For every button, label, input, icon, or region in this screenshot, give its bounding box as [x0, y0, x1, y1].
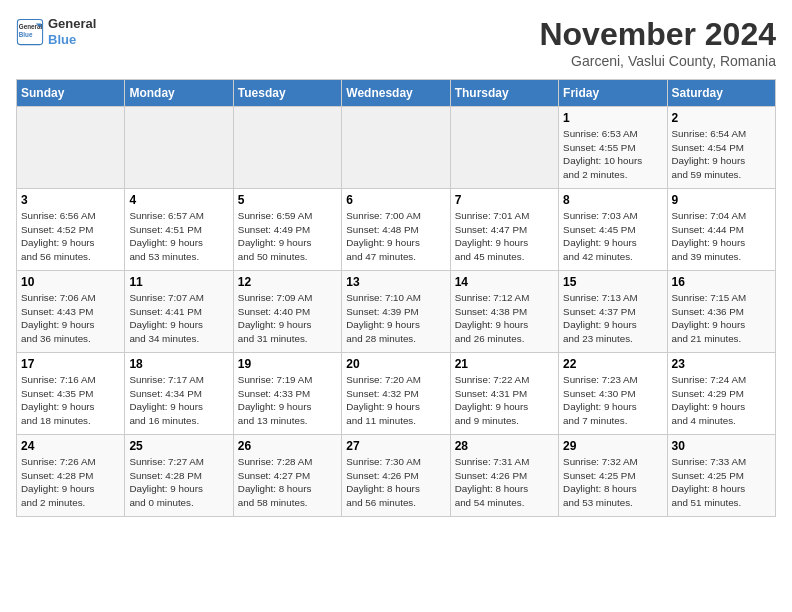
day-number: 28 [455, 439, 554, 453]
day-info: Sunrise: 7:04 AM Sunset: 4:44 PM Dayligh… [672, 209, 771, 264]
calendar-cell: 16Sunrise: 7:15 AM Sunset: 4:36 PM Dayli… [667, 271, 775, 353]
day-number: 1 [563, 111, 662, 125]
calendar-cell: 13Sunrise: 7:10 AM Sunset: 4:39 PM Dayli… [342, 271, 450, 353]
calendar-cell: 15Sunrise: 7:13 AM Sunset: 4:37 PM Dayli… [559, 271, 667, 353]
calendar-cell: 17Sunrise: 7:16 AM Sunset: 4:35 PM Dayli… [17, 353, 125, 435]
day-number: 26 [238, 439, 337, 453]
header: General Blue General Blue November 2024 … [16, 16, 776, 69]
calendar-cell [450, 107, 558, 189]
day-number: 12 [238, 275, 337, 289]
weekday-header: Monday [125, 80, 233, 107]
day-number: 30 [672, 439, 771, 453]
day-info: Sunrise: 7:30 AM Sunset: 4:26 PM Dayligh… [346, 455, 445, 510]
calendar-cell: 25Sunrise: 7:27 AM Sunset: 4:28 PM Dayli… [125, 435, 233, 517]
day-number: 29 [563, 439, 662, 453]
calendar-cell: 27Sunrise: 7:30 AM Sunset: 4:26 PM Dayli… [342, 435, 450, 517]
day-info: Sunrise: 7:00 AM Sunset: 4:48 PM Dayligh… [346, 209, 445, 264]
calendar-cell: 5Sunrise: 6:59 AM Sunset: 4:49 PM Daylig… [233, 189, 341, 271]
calendar-cell: 11Sunrise: 7:07 AM Sunset: 4:41 PM Dayli… [125, 271, 233, 353]
title-area: November 2024 Garceni, Vaslui County, Ro… [539, 16, 776, 69]
day-info: Sunrise: 7:15 AM Sunset: 4:36 PM Dayligh… [672, 291, 771, 346]
day-number: 20 [346, 357, 445, 371]
calendar-cell: 7Sunrise: 7:01 AM Sunset: 4:47 PM Daylig… [450, 189, 558, 271]
calendar-cell: 24Sunrise: 7:26 AM Sunset: 4:28 PM Dayli… [17, 435, 125, 517]
day-number: 21 [455, 357, 554, 371]
day-info: Sunrise: 7:31 AM Sunset: 4:26 PM Dayligh… [455, 455, 554, 510]
calendar-cell: 9Sunrise: 7:04 AM Sunset: 4:44 PM Daylig… [667, 189, 775, 271]
calendar-cell: 28Sunrise: 7:31 AM Sunset: 4:26 PM Dayli… [450, 435, 558, 517]
day-info: Sunrise: 7:19 AM Sunset: 4:33 PM Dayligh… [238, 373, 337, 428]
day-info: Sunrise: 7:09 AM Sunset: 4:40 PM Dayligh… [238, 291, 337, 346]
day-number: 16 [672, 275, 771, 289]
svg-text:Blue: Blue [19, 30, 33, 37]
calendar-cell: 3Sunrise: 6:56 AM Sunset: 4:52 PM Daylig… [17, 189, 125, 271]
calendar-cell: 18Sunrise: 7:17 AM Sunset: 4:34 PM Dayli… [125, 353, 233, 435]
calendar-cell [233, 107, 341, 189]
day-info: Sunrise: 6:53 AM Sunset: 4:55 PM Dayligh… [563, 127, 662, 182]
weekday-header: Thursday [450, 80, 558, 107]
weekday-header: Sunday [17, 80, 125, 107]
logo-icon: General Blue [16, 18, 44, 46]
day-number: 19 [238, 357, 337, 371]
day-number: 10 [21, 275, 120, 289]
calendar-cell: 8Sunrise: 7:03 AM Sunset: 4:45 PM Daylig… [559, 189, 667, 271]
day-info: Sunrise: 7:27 AM Sunset: 4:28 PM Dayligh… [129, 455, 228, 510]
day-info: Sunrise: 6:57 AM Sunset: 4:51 PM Dayligh… [129, 209, 228, 264]
calendar-cell: 14Sunrise: 7:12 AM Sunset: 4:38 PM Dayli… [450, 271, 558, 353]
day-number: 8 [563, 193, 662, 207]
day-info: Sunrise: 7:17 AM Sunset: 4:34 PM Dayligh… [129, 373, 228, 428]
subtitle: Garceni, Vaslui County, Romania [539, 53, 776, 69]
calendar-cell [17, 107, 125, 189]
day-number: 6 [346, 193, 445, 207]
logo: General Blue General Blue [16, 16, 96, 47]
day-info: Sunrise: 7:20 AM Sunset: 4:32 PM Dayligh… [346, 373, 445, 428]
calendar-cell: 26Sunrise: 7:28 AM Sunset: 4:27 PM Dayli… [233, 435, 341, 517]
day-number: 14 [455, 275, 554, 289]
day-info: Sunrise: 7:03 AM Sunset: 4:45 PM Dayligh… [563, 209, 662, 264]
main-title: November 2024 [539, 16, 776, 53]
day-info: Sunrise: 7:12 AM Sunset: 4:38 PM Dayligh… [455, 291, 554, 346]
day-info: Sunrise: 7:33 AM Sunset: 4:25 PM Dayligh… [672, 455, 771, 510]
calendar-cell: 10Sunrise: 7:06 AM Sunset: 4:43 PM Dayli… [17, 271, 125, 353]
day-info: Sunrise: 7:01 AM Sunset: 4:47 PM Dayligh… [455, 209, 554, 264]
day-info: Sunrise: 7:10 AM Sunset: 4:39 PM Dayligh… [346, 291, 445, 346]
day-info: Sunrise: 6:56 AM Sunset: 4:52 PM Dayligh… [21, 209, 120, 264]
day-number: 5 [238, 193, 337, 207]
calendar-cell [342, 107, 450, 189]
calendar-cell: 6Sunrise: 7:00 AM Sunset: 4:48 PM Daylig… [342, 189, 450, 271]
calendar-cell: 2Sunrise: 6:54 AM Sunset: 4:54 PM Daylig… [667, 107, 775, 189]
weekday-header: Tuesday [233, 80, 341, 107]
day-number: 15 [563, 275, 662, 289]
day-number: 25 [129, 439, 228, 453]
weekday-header: Wednesday [342, 80, 450, 107]
day-info: Sunrise: 7:24 AM Sunset: 4:29 PM Dayligh… [672, 373, 771, 428]
day-number: 11 [129, 275, 228, 289]
day-info: Sunrise: 7:26 AM Sunset: 4:28 PM Dayligh… [21, 455, 120, 510]
calendar-cell: 21Sunrise: 7:22 AM Sunset: 4:31 PM Dayli… [450, 353, 558, 435]
calendar-cell: 22Sunrise: 7:23 AM Sunset: 4:30 PM Dayli… [559, 353, 667, 435]
calendar-cell: 30Sunrise: 7:33 AM Sunset: 4:25 PM Dayli… [667, 435, 775, 517]
day-number: 23 [672, 357, 771, 371]
day-info: Sunrise: 7:32 AM Sunset: 4:25 PM Dayligh… [563, 455, 662, 510]
day-info: Sunrise: 7:28 AM Sunset: 4:27 PM Dayligh… [238, 455, 337, 510]
day-number: 22 [563, 357, 662, 371]
day-number: 13 [346, 275, 445, 289]
calendar-cell: 20Sunrise: 7:20 AM Sunset: 4:32 PM Dayli… [342, 353, 450, 435]
calendar-cell: 4Sunrise: 6:57 AM Sunset: 4:51 PM Daylig… [125, 189, 233, 271]
day-number: 24 [21, 439, 120, 453]
calendar-cell [125, 107, 233, 189]
day-info: Sunrise: 7:23 AM Sunset: 4:30 PM Dayligh… [563, 373, 662, 428]
day-number: 18 [129, 357, 228, 371]
day-info: Sunrise: 7:07 AM Sunset: 4:41 PM Dayligh… [129, 291, 228, 346]
calendar-table: SundayMondayTuesdayWednesdayThursdayFrid… [16, 79, 776, 517]
day-info: Sunrise: 6:59 AM Sunset: 4:49 PM Dayligh… [238, 209, 337, 264]
day-number: 9 [672, 193, 771, 207]
calendar-cell: 1Sunrise: 6:53 AM Sunset: 4:55 PM Daylig… [559, 107, 667, 189]
day-info: Sunrise: 6:54 AM Sunset: 4:54 PM Dayligh… [672, 127, 771, 182]
day-info: Sunrise: 7:06 AM Sunset: 4:43 PM Dayligh… [21, 291, 120, 346]
weekday-header: Friday [559, 80, 667, 107]
calendar-cell: 29Sunrise: 7:32 AM Sunset: 4:25 PM Dayli… [559, 435, 667, 517]
logo-text: General Blue [48, 16, 96, 47]
day-number: 2 [672, 111, 771, 125]
day-info: Sunrise: 7:22 AM Sunset: 4:31 PM Dayligh… [455, 373, 554, 428]
